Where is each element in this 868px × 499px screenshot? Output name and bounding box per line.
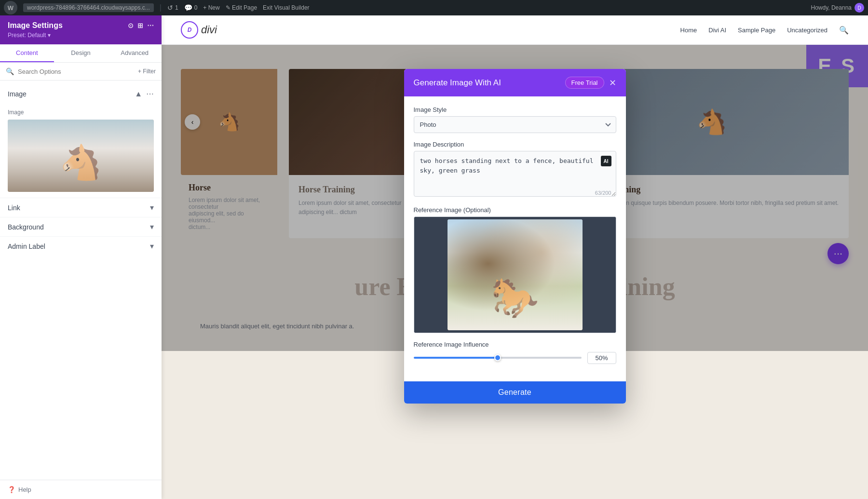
svg-rect-0 bbox=[448, 219, 583, 297]
site-search-icon[interactable]: 🔍 bbox=[839, 26, 849, 35]
reference-image-box[interactable] bbox=[414, 216, 616, 333]
focus-mode-icon[interactable]: ⊙ bbox=[128, 22, 134, 29]
svg-rect-18 bbox=[486, 282, 490, 301]
svg-rect-22 bbox=[493, 294, 497, 306]
nav-sample-page[interactable]: Sample Page bbox=[738, 27, 775, 34]
revisions-count[interactable]: ↺ 1 bbox=[167, 4, 178, 12]
site-nav: Home Divi AI Sample Page Uncategorized 🔍 bbox=[680, 26, 849, 35]
search-input[interactable] bbox=[18, 68, 134, 75]
ai-icon: AI bbox=[601, 156, 611, 166]
site-url[interactable]: wordpress-784896-3766464.cloudwaysapps.c… bbox=[23, 3, 154, 12]
section-image-header[interactable]: Image ▲ ⋯ bbox=[0, 84, 162, 103]
panel-footer[interactable]: ❓ Help bbox=[0, 480, 162, 499]
nav-uncategorized[interactable]: Uncategorized bbox=[787, 27, 827, 34]
svg-point-2 bbox=[448, 292, 583, 311]
chevron-up-icon: ▲ bbox=[135, 90, 142, 98]
new-item-button[interactable]: + New bbox=[203, 4, 219, 11]
nav-divi-ai[interactable]: Divi AI bbox=[708, 27, 726, 34]
main-content: D divi Home Divi AI Sample Page Uncatego… bbox=[162, 15, 868, 499]
bar-divider-1: | bbox=[160, 3, 162, 12]
image-description-label: Image Description bbox=[414, 141, 616, 148]
modal-header-right: Free Trial ✕ bbox=[565, 77, 616, 89]
svg-point-14 bbox=[554, 261, 556, 263]
slider-row: 50% bbox=[414, 352, 616, 364]
svg-rect-16 bbox=[457, 294, 573, 297]
image-subsection-label: Image bbox=[8, 109, 154, 116]
chevron-down-icon-bg: ▾ bbox=[150, 222, 154, 231]
generate-image-modal: Generate Image With AI Free Trial ✕ Imag… bbox=[404, 69, 626, 404]
panel-preset[interactable]: Preset: Default ▾ bbox=[8, 32, 154, 39]
svg-point-8 bbox=[476, 268, 525, 297]
divi-logo-icon: D bbox=[181, 21, 198, 39]
modal-body: Image Style Photo Image Description two … bbox=[404, 96, 626, 381]
svg-rect-1 bbox=[448, 297, 583, 330]
svg-rect-15 bbox=[457, 287, 573, 291]
panel-content: Image ▲ ⋯ Image 🐴 Link ▾ Background ▾ bbox=[0, 81, 162, 480]
reference-horse-image bbox=[448, 219, 583, 330]
user-avatar[interactable]: D bbox=[854, 3, 864, 13]
svg-point-12 bbox=[470, 268, 477, 272]
exit-visual-builder-button[interactable]: Exit Visual Builder bbox=[263, 4, 310, 11]
wp-admin-bar: W wordpress-784896-3766464.cloudwaysapps… bbox=[0, 0, 868, 15]
svg-rect-17 bbox=[462, 282, 466, 301]
section-link-header[interactable]: Link ▾ bbox=[0, 198, 162, 217]
image-description-textarea[interactable]: two horses standing next to a fence, bea… bbox=[414, 151, 616, 197]
svg-rect-23 bbox=[503, 294, 506, 306]
chevron-down-icon-link: ▾ bbox=[150, 203, 154, 212]
image-preview[interactable]: 🐴 bbox=[8, 120, 154, 192]
image-style-select[interactable]: Photo bbox=[414, 116, 616, 133]
svg-rect-19 bbox=[515, 282, 519, 301]
tab-content[interactable]: Content bbox=[0, 44, 54, 62]
svg-point-4 bbox=[541, 255, 562, 270]
page-body: E S 🐴 ‹ Horse Lorem ipsum dolor sit amet… bbox=[162, 45, 868, 351]
image-style-label: Image Style bbox=[414, 106, 616, 113]
site-header: D divi Home Divi AI Sample Page Uncatego… bbox=[162, 15, 868, 45]
site-logo: D divi bbox=[181, 21, 217, 39]
howdy-user: Howdy, Deanna D bbox=[811, 3, 865, 13]
section-image-toggle[interactable]: ▲ ⋯ bbox=[135, 89, 154, 98]
svg-rect-24 bbox=[522, 292, 526, 304]
svg-rect-20 bbox=[544, 282, 548, 301]
modal-title: Generate Image With AI bbox=[414, 78, 501, 88]
panel-tabs: Content Design Advanced bbox=[0, 44, 162, 63]
section-background-header[interactable]: Background ▾ bbox=[0, 217, 162, 236]
influence-slider[interactable] bbox=[414, 357, 582, 359]
panel-title: Image Settings ⊙ ⊞ ⋯ bbox=[8, 21, 154, 30]
svg-point-13 bbox=[475, 266, 477, 268]
comments-count[interactable]: 💬 0 bbox=[184, 4, 198, 12]
modal-close-button[interactable]: ✕ bbox=[609, 79, 616, 87]
tab-design[interactable]: Design bbox=[54, 44, 108, 62]
image-preview-area: Image 🐴 bbox=[0, 103, 162, 198]
image-description-wrapper: two horses standing next to a fence, bea… bbox=[414, 151, 616, 199]
svg-point-9 bbox=[471, 260, 490, 275]
section-admin-label-header[interactable]: Admin Label ▾ bbox=[0, 236, 162, 256]
svg-point-7 bbox=[554, 262, 561, 268]
nav-home[interactable]: Home bbox=[680, 27, 697, 34]
image-preview-content: 🐴 bbox=[8, 120, 154, 192]
filter-button[interactable]: + Filter bbox=[138, 68, 156, 75]
more-options-icon[interactable]: ⋯ bbox=[147, 22, 154, 29]
reference-influence-group: Reference Image Influence 50% bbox=[414, 341, 616, 364]
edit-page-button[interactable]: ✎ Edit Page bbox=[226, 4, 257, 11]
free-trial-badge[interactable]: Free Trial bbox=[565, 77, 604, 89]
divi-text: divi bbox=[201, 24, 217, 36]
svg-rect-10 bbox=[481, 270, 492, 283]
columns-icon[interactable]: ⊞ bbox=[137, 22, 143, 29]
svg-rect-5 bbox=[542, 265, 554, 280]
reference-influence-label: Reference Image Influence bbox=[414, 341, 616, 348]
svg-marker-6 bbox=[547, 251, 551, 256]
section-image-more-icon[interactable]: ⋯ bbox=[146, 89, 154, 98]
modal-header: Generate Image With AI Free Trial ✕ bbox=[404, 69, 626, 96]
wp-logo-icon[interactable]: W bbox=[4, 1, 17, 14]
svg-point-3 bbox=[503, 260, 556, 294]
section-image-title: Image bbox=[8, 90, 27, 98]
modal-overlay: Generate Image With AI Free Trial ✕ Imag… bbox=[162, 45, 868, 351]
section-admin-label-title: Admin Label bbox=[8, 243, 45, 250]
char-count: 63/200 bbox=[595, 190, 611, 196]
slider-value: 50% bbox=[587, 352, 616, 364]
generate-button[interactable]: Generate bbox=[404, 381, 626, 404]
image-description-group: Image Description two horses standing ne… bbox=[414, 141, 616, 199]
section-background-title: Background bbox=[8, 223, 44, 231]
reference-image-inner bbox=[414, 217, 616, 333]
tab-advanced[interactable]: Advanced bbox=[108, 44, 162, 62]
